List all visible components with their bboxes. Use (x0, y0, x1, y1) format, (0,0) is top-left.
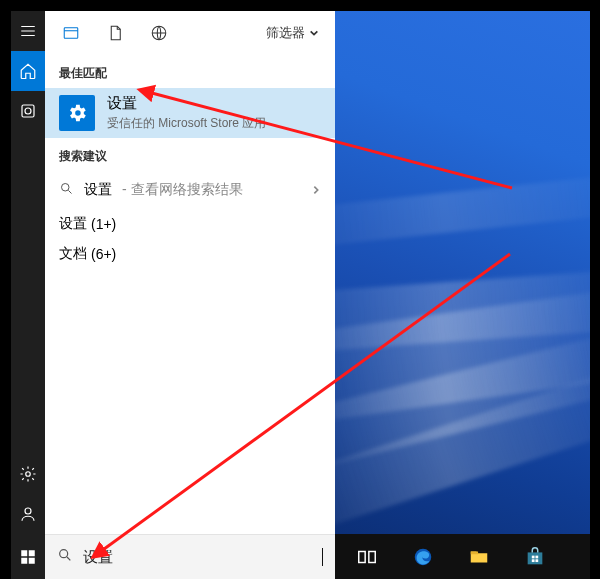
svg-rect-16 (528, 552, 543, 564)
best-match-result[interactable]: 设置 受信任的 Microsoft Store 应用 (45, 88, 335, 138)
tab-documents-icon[interactable] (95, 15, 135, 51)
svg-rect-15 (471, 551, 478, 554)
start-left-rail (11, 11, 45, 579)
search-input[interactable]: 设置 (83, 548, 312, 567)
svg-rect-17 (532, 555, 535, 558)
svg-rect-12 (359, 551, 365, 562)
category-documents-label: 文档 (59, 245, 87, 263)
search-input-bar[interactable]: 设置 (45, 534, 335, 579)
svg-point-11 (60, 550, 68, 558)
category-documents[interactable]: 文档 (6+) (45, 239, 335, 269)
desktop-wallpaper (335, 11, 590, 534)
svg-rect-7 (29, 557, 35, 563)
suggestion-term: 设置 (84, 181, 112, 199)
filter-label: 筛选器 (266, 24, 305, 42)
chevron-down-icon (309, 28, 319, 38)
edge-browser-icon[interactable] (399, 534, 447, 579)
history-icon[interactable] (11, 91, 45, 131)
file-explorer-icon[interactable] (455, 534, 503, 579)
svg-rect-6 (21, 557, 27, 563)
svg-rect-4 (21, 550, 27, 556)
search-scope-tabs: 筛选器 (45, 11, 335, 55)
svg-rect-5 (29, 550, 35, 556)
svg-rect-8 (64, 28, 78, 39)
svg-rect-18 (535, 555, 538, 558)
cortana-search-panel: 筛选器 最佳匹配 设置 受信任的 Microsoft Store 应用 搜索建议 (45, 11, 335, 534)
text-caret (322, 548, 323, 566)
svg-point-3 (25, 508, 31, 514)
best-match-subtitle: 受信任的 Microsoft Store 应用 (107, 115, 266, 132)
suggestion-hint: - 查看网络搜索结果 (122, 181, 243, 199)
start-button[interactable] (11, 534, 45, 579)
svg-rect-20 (535, 559, 538, 562)
search-icon (59, 181, 74, 199)
user-account-icon[interactable] (11, 494, 45, 534)
home-icon[interactable] (11, 51, 45, 91)
web-suggestion-row[interactable]: 设置 - 查看网络搜索结果 (45, 171, 335, 209)
category-documents-count: (6+) (91, 246, 116, 262)
svg-point-2 (26, 472, 31, 477)
chevron-right-icon (311, 182, 321, 198)
tab-apps-icon[interactable] (51, 15, 91, 51)
suggestions-section-label: 搜索建议 (45, 138, 335, 171)
svg-rect-19 (532, 559, 535, 562)
svg-point-10 (62, 184, 70, 192)
category-settings-label: 设置 (59, 215, 87, 233)
svg-rect-0 (22, 105, 34, 117)
microsoft-store-icon[interactable] (511, 534, 559, 579)
taskbar (335, 534, 590, 579)
best-match-title: 设置 (107, 94, 266, 113)
category-settings-count: (1+) (91, 216, 116, 232)
best-match-section-label: 最佳匹配 (45, 55, 335, 88)
hamburger-menu-icon[interactable] (11, 11, 45, 51)
svg-point-1 (25, 108, 31, 114)
category-settings[interactable]: 设置 (1+) (45, 209, 335, 239)
tab-web-icon[interactable] (139, 15, 179, 51)
filter-dropdown[interactable]: 筛选器 (256, 17, 329, 49)
settings-app-icon (59, 95, 95, 131)
task-view-icon[interactable] (343, 534, 391, 579)
svg-rect-13 (369, 551, 375, 562)
search-icon (57, 547, 73, 567)
settings-gear-icon[interactable] (11, 454, 45, 494)
